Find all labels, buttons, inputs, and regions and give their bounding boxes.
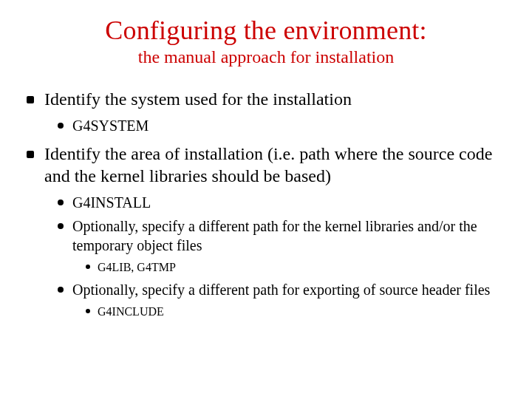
list-item: G4INCLUDE bbox=[72, 304, 510, 320]
list-item: Identify the system used for the install… bbox=[22, 88, 510, 135]
list-item: Identify the area of installation (i.e. … bbox=[22, 143, 510, 319]
slide-title: Configuring the environment: bbox=[22, 15, 510, 46]
list-item-text: G4LIB, G4TMP bbox=[98, 261, 176, 273]
list-item: G4SYSTEM bbox=[44, 116, 510, 135]
list-item-text: Optionally, specify a different path for… bbox=[72, 218, 477, 253]
list-item-text: G4SYSTEM bbox=[72, 117, 149, 134]
list-item: G4LIB, G4TMP bbox=[72, 259, 510, 276]
list-item-text: Optionally, specify a different path for… bbox=[72, 282, 490, 298]
bullet-list: Identify the system used for the install… bbox=[22, 88, 510, 319]
list-item-text: G4INSTALL bbox=[72, 194, 151, 211]
list-item: Optionally, specify a different path for… bbox=[44, 280, 510, 320]
list-item: G4INSTALL bbox=[44, 193, 510, 212]
list-item-text: G4INCLUDE bbox=[98, 305, 164, 318]
slide-subtitle: the manual approach for installation bbox=[22, 47, 510, 67]
list-item-text: Identify the system used for the install… bbox=[44, 89, 352, 109]
list-item-text: Identify the area of installation (i.e. … bbox=[44, 144, 492, 185]
list-item: Optionally, specify a different path for… bbox=[44, 216, 510, 276]
